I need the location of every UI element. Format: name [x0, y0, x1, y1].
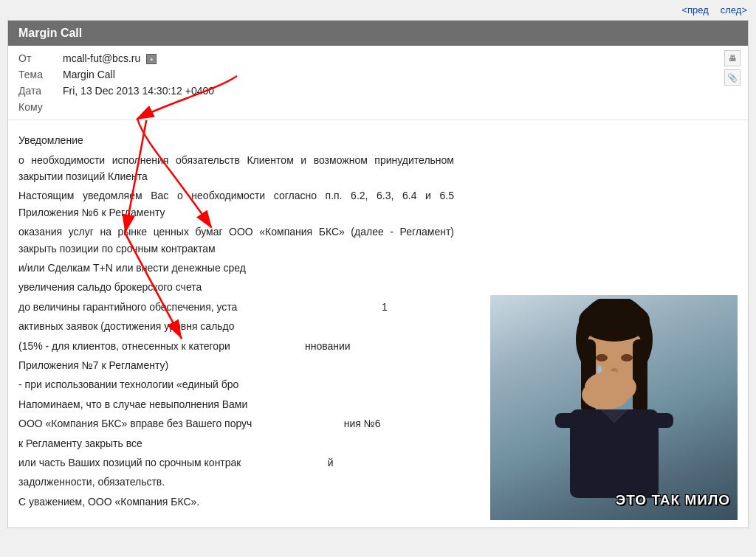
- body-line-12: ООО «Компания БКС» вправе без Вашего пор…: [18, 415, 454, 432]
- body-line-5: увеличения сальдо брокерского счета: [18, 279, 454, 295]
- subject-label: Тема: [18, 69, 63, 80]
- body-line-16: С уважением, ООО «Компания БКС».: [18, 494, 454, 510]
- body-line-6: до величины гарантийного обеспечения, ус…: [18, 299, 454, 315]
- body-line-13: к Регламенту закрыть все: [18, 435, 454, 452]
- icon-print[interactable]: 🖶: [724, 50, 740, 66]
- date-value: Fri, 13 Dec 2013 14:30:12 +0400: [63, 85, 738, 97]
- meta-row-date: Дата Fri, 13 Dec 2013 14:30:12 +0400: [8, 83, 748, 99]
- body-text: Уведомление о необходимости исполнения о…: [18, 132, 454, 510]
- body-line-4: и/или Сделкам T+N или внести денежные ср…: [18, 260, 454, 276]
- next-link[interactable]: след>: [721, 4, 747, 15]
- email-window: Margin Call 🖶 📎 От mcall-fut@bcs.ru + Те…: [7, 20, 749, 528]
- meta-row-from: От mcall-fut@bcs.ru +: [8, 50, 748, 66]
- body-line-15: задолженности, обязательств.: [18, 474, 454, 490]
- body-line-0: Уведомление: [18, 132, 454, 148]
- meme-container: ЭТО ТАК МИЛО: [490, 295, 738, 520]
- body-line-1: о необходимости исполнения обязательств …: [18, 152, 454, 185]
- svg-point-14: [582, 380, 629, 409]
- body-line-10: - при использовании технологии «единый б…: [18, 376, 454, 392]
- email-meta: 🖶 📎 От mcall-fut@bcs.ru + Тема Margin Ca…: [8, 46, 748, 120]
- email-add-icon[interactable]: +: [146, 54, 157, 64]
- meta-icons: 🖶 📎: [724, 50, 740, 86]
- date-label: Дата: [18, 85, 63, 97]
- svg-rect-17: [647, 413, 673, 428]
- meme-caption: ЭТО ТАК МИЛО: [616, 489, 730, 511]
- from-value: mcall-fut@bcs.ru +: [63, 52, 738, 64]
- top-nav: <пред след>: [0, 0, 756, 20]
- svg-point-9: [621, 354, 633, 361]
- svg-rect-16: [555, 413, 581, 428]
- girl-figure-svg: [540, 299, 688, 498]
- body-line-11: Напоминаем, что в случае невыполнения Ва…: [18, 396, 454, 412]
- meta-row-to: Кому: [8, 99, 748, 115]
- meta-row-subject: Тема Margin Call: [8, 66, 748, 83]
- svg-point-7: [579, 300, 650, 342]
- to-label: Кому: [18, 101, 63, 113]
- icon-attach[interactable]: 📎: [724, 69, 740, 86]
- meme-image: ЭТО ТАК МИЛО: [490, 295, 738, 520]
- body-line-9: Приложения №7 к Регламенту): [18, 357, 454, 373]
- body-line-2: Настоящим уведомляем Вас о необходимости…: [18, 187, 454, 221]
- from-label: От: [18, 52, 63, 64]
- email-header-bar: Margin Call: [8, 21, 748, 46]
- body-line-8: (15% - для клиентов, отнесенных к катего…: [18, 338, 454, 354]
- svg-rect-6: [633, 339, 647, 413]
- email-body: Уведомление о необходимости исполнения о…: [8, 120, 748, 527]
- svg-point-8: [596, 354, 608, 361]
- prev-link[interactable]: <пред: [681, 4, 708, 15]
- body-line-7: активных заявок (достижения уровня сальд…: [18, 318, 454, 334]
- body-line-14: или часть Ваших позиций по срочным контр…: [18, 454, 454, 471]
- email-window-title: Margin Call: [18, 27, 82, 39]
- subject-value: Margin Call: [63, 69, 738, 80]
- body-line-3: оказания услуг на рынке ценных бумаг ООО…: [18, 224, 454, 257]
